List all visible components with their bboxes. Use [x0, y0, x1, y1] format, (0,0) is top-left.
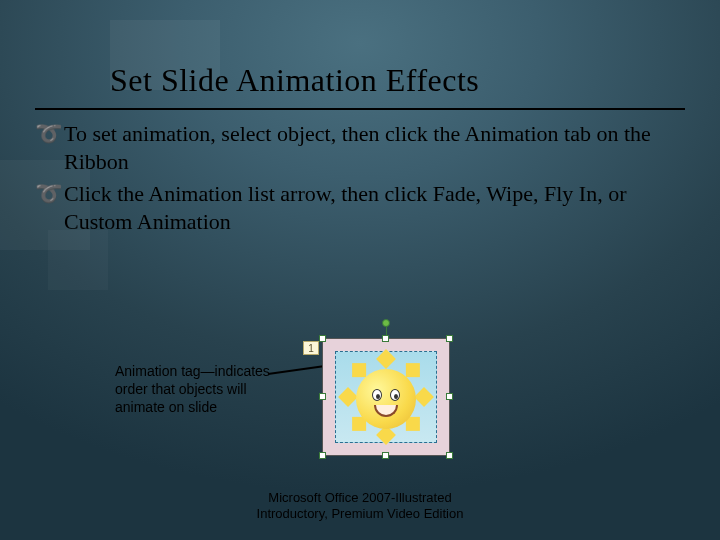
resize-handle-icon	[382, 452, 389, 459]
slide-footer: Microsoft Office 2007-Illustrated Introd…	[0, 490, 720, 522]
title-underline	[35, 108, 685, 110]
list-item: ➰ Click the Animation list arrow, then c…	[35, 180, 685, 236]
selected-object-frame: 1	[322, 338, 450, 456]
resize-handle-icon	[319, 452, 326, 459]
swirl-bullet-icon: ➰	[35, 180, 62, 208]
resize-handle-icon	[319, 335, 326, 342]
resize-handle-icon	[319, 393, 326, 400]
swirl-bullet-icon: ➰	[35, 120, 62, 148]
footer-line: Introductory, Premium Video Edition	[0, 506, 720, 522]
list-item-text: To set animation, select object, then cl…	[64, 120, 685, 176]
footer-line: Microsoft Office 2007-Illustrated	[0, 490, 720, 506]
resize-handle-icon	[446, 452, 453, 459]
animation-order-tag: 1	[303, 341, 319, 355]
callout-text: Animation tag—indicates order that objec…	[115, 362, 275, 416]
slide-title: Set Slide Animation Effects	[110, 62, 479, 99]
resize-handle-icon	[446, 393, 453, 400]
list-item: ➰ To set animation, select object, then …	[35, 120, 685, 176]
resize-handle-icon	[382, 335, 389, 342]
list-item-text: Click the Animation list arrow, then cli…	[64, 180, 685, 236]
resize-handle-icon	[446, 335, 453, 342]
bullet-list: ➰ To set animation, select object, then …	[35, 120, 685, 240]
clipart-sun-image	[335, 351, 437, 443]
